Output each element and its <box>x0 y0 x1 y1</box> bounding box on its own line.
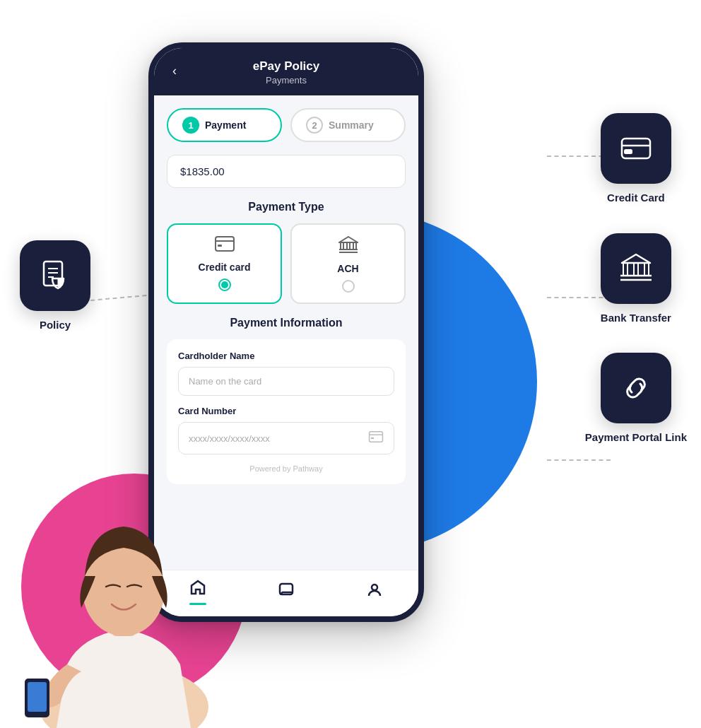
card-number-placeholder: xxxx/xxxx/xxxx/xxxx <box>189 433 270 444</box>
step-payment[interactable]: 1 Payment <box>167 108 282 142</box>
right-icons-panel: Credit Card Bank Transfer Payment Portal… <box>585 113 687 445</box>
credit-card-icon-wrapper: Credit Card <box>585 113 687 205</box>
credit-card-option[interactable]: Credit card <box>167 223 282 304</box>
payment-portal-right-icon <box>619 371 653 405</box>
step-1-number: 1 <box>182 117 199 134</box>
cardholder-name-label: Cardholder Name <box>178 351 394 361</box>
svg-rect-27 <box>623 263 628 276</box>
nav-messages[interactable] <box>278 582 295 603</box>
bank-icon <box>338 236 358 257</box>
cardholder-name-input[interactable]: Name on the card <box>178 367 394 396</box>
step-2-label: Summary <box>329 119 374 131</box>
credit-card-right-label: Credit Card <box>607 191 665 205</box>
svg-rect-11 <box>218 245 222 247</box>
bank-transfer-icon-card <box>601 233 671 304</box>
svg-rect-4 <box>28 682 47 712</box>
back-button[interactable]: ‹ <box>172 64 177 78</box>
cardholder-name-placeholder: Name on the card <box>189 376 261 387</box>
svg-point-22 <box>372 585 377 590</box>
ach-radio[interactable] <box>342 280 355 293</box>
svg-rect-29 <box>644 263 649 276</box>
payment-portal-label: Payment Portal Link <box>585 430 687 445</box>
step-summary[interactable]: 2 Summary <box>290 108 406 142</box>
step-2-number: 2 <box>306 117 323 134</box>
payment-type-options: Credit card AC <box>167 223 406 304</box>
bank-transfer-right-icon <box>619 252 653 286</box>
payment-portal-icon-wrapper: Payment Portal Link <box>585 353 687 445</box>
svg-rect-23 <box>622 139 650 158</box>
steps-row: 1 Payment 2 Summary <box>167 108 406 142</box>
bank-transfer-icon-wrapper: Bank Transfer <box>585 233 687 325</box>
payment-info-title: Payment Information <box>167 317 406 329</box>
payment-type-title: Payment Type <box>167 201 406 213</box>
credit-card-icon-card <box>601 113 671 184</box>
amount-display[interactable]: $1835.00 <box>167 155 406 188</box>
svg-rect-15 <box>353 242 356 249</box>
message-icon <box>278 582 295 603</box>
app-title: ePay Policy <box>168 59 404 74</box>
svg-marker-12 <box>339 237 358 242</box>
credit-card-icon <box>215 236 235 256</box>
policy-label: Policy <box>20 318 90 332</box>
card-number-input[interactable]: xxxx/xxxx/xxxx/xxxx <box>178 422 394 454</box>
phone-header: ‹ ePay Policy Payments <box>154 48 418 95</box>
svg-rect-9 <box>216 237 234 251</box>
credit-card-right-icon <box>619 131 653 165</box>
card-icon-inline <box>368 431 384 445</box>
dashed-line-portal <box>547 459 611 461</box>
svg-rect-20 <box>371 438 374 439</box>
policy-icon <box>38 259 72 293</box>
policy-icon-wrapper: Policy <box>20 240 90 332</box>
profile-icon <box>366 582 383 603</box>
svg-marker-26 <box>622 254 650 263</box>
nav-profile[interactable] <box>366 582 383 603</box>
payment-portal-icon-card <box>601 353 671 423</box>
card-number-label: Card Number <box>178 406 394 416</box>
person-illustration <box>11 466 237 714</box>
svg-rect-14 <box>347 242 350 249</box>
dashed-line-policy <box>90 294 154 301</box>
credit-card-label: Credit card <box>199 262 251 273</box>
svg-rect-18 <box>370 432 383 442</box>
app-subtitle: Payments <box>168 75 404 86</box>
svg-rect-25 <box>625 150 632 153</box>
credit-card-radio[interactable] <box>218 278 231 291</box>
step-1-label: Payment <box>205 119 246 131</box>
ach-option[interactable]: ACH <box>290 223 406 304</box>
svg-rect-28 <box>634 263 638 276</box>
bank-transfer-label: Bank Transfer <box>601 311 671 325</box>
policy-icon-card <box>20 240 90 311</box>
svg-rect-13 <box>341 242 343 249</box>
ach-label: ACH <box>337 263 358 274</box>
payment-info-section: Cardholder Name Name on the card Card Nu… <box>167 339 406 484</box>
